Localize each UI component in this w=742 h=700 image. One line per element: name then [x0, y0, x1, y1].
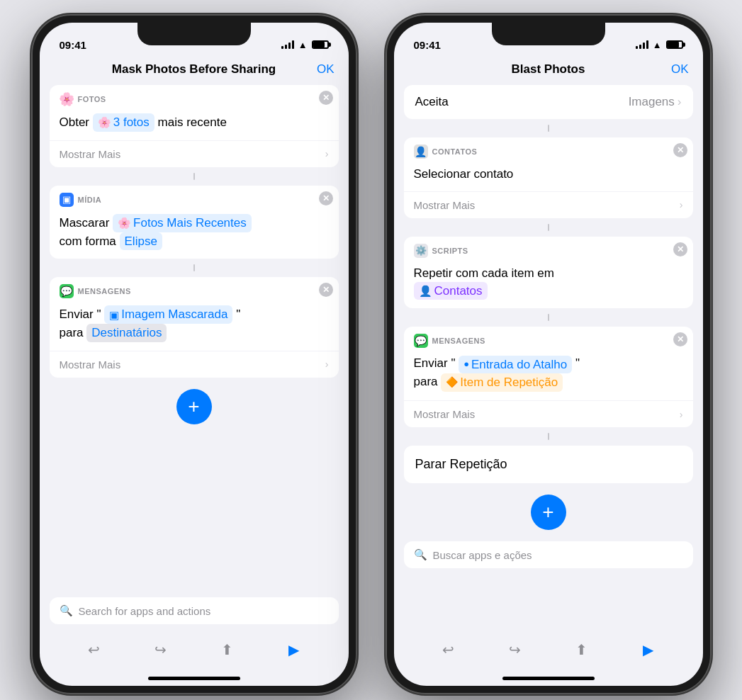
mensagens-category-2: MENSAGENS [432, 337, 485, 345]
stop-repeat-card: Parar Repetição [404, 446, 693, 483]
scripts-body: Repetir com cada item em 👤 Contatos [404, 262, 693, 309]
connector-3 [404, 125, 693, 132]
mensagens-pill1[interactable]: ▣ Imagem Mascarada [104, 305, 232, 324]
status-icons-2: ▲ [636, 40, 683, 50]
scripts-card: ⚙️ SCRIPTS ✕ Repetir com cada item em 👤 … [404, 237, 693, 309]
search-icon-2: 🔍 [414, 548, 427, 561]
scripts-card-header: ⚙️ SCRIPTS ✕ [404, 237, 693, 262]
battery-icon-1 [312, 40, 329, 49]
status-icons-1: ▲ [281, 40, 329, 50]
mensagens-card-header-2: 💬 MENSAGENS ✕ [404, 327, 693, 352]
search-placeholder-2: Buscar apps e ações [433, 549, 532, 561]
entrada-pill[interactable]: ● Entrada do Atalho [459, 356, 572, 374]
nav-header-2: Blast Photos OK [394, 57, 703, 85]
fotos-more-row[interactable]: Mostrar Mais › [50, 140, 339, 167]
phone-screen-2: 09:41 ▲ Blast Photos OK [394, 23, 703, 686]
status-time-1: 09:41 [60, 39, 86, 51]
mensagens-chevron-1: › [325, 359, 329, 370]
add-button-1[interactable]: + [176, 389, 212, 424]
mensagens-body-2: Enviar " ● Entrada do Atalho " para 🔶 It… [404, 352, 693, 400]
undo-button-2[interactable]: ↩ [436, 637, 461, 662]
connector-4 [404, 224, 693, 231]
mensagens-icon-2: 💬 [414, 334, 428, 348]
phone-1: 09:41 ▲ Mask Photos Before Sharing OK [31, 14, 357, 694]
phone-screen-1: 09:41 ▲ Mask Photos Before Sharing OK [40, 23, 349, 686]
midia-card: ▣ MÍDIA ✕ Mascarar 🌸 Fotos Mais Recentes… [50, 186, 339, 259]
midia-pill2[interactable]: Elipse [120, 232, 162, 251]
stop-repeat-label: Parar Repetição [415, 457, 507, 471]
contatos-icon: 👤 [414, 145, 428, 159]
ok-button-2[interactable]: OK [671, 62, 689, 77]
search-placeholder-1: Search for apps and actions [79, 605, 211, 617]
midia-category: MÍDIA [78, 196, 102, 204]
home-indicator-1 [148, 677, 240, 680]
mensagens-icon-1: 💬 [60, 284, 74, 298]
midia-icon: ▣ [60, 193, 74, 207]
fotos-icon: 🌸 [60, 92, 74, 106]
midia-card-header: ▣ MÍDIA ✕ [50, 186, 339, 211]
notch-1 [137, 23, 251, 45]
fotos-pill[interactable]: 🌸 3 fotos [93, 113, 154, 132]
fotos-chevron: › [325, 148, 329, 159]
mensagens-close-2[interactable]: ✕ [673, 332, 687, 346]
fotos-card-header: 🌸 FOTOS ✕ [50, 85, 339, 111]
mensagens-pill2[interactable]: Destinatários [86, 324, 167, 342]
connector-2 [50, 264, 339, 271]
accepts-row: Aceita Imagens › [404, 85, 693, 119]
mensagens-card-2: 💬 MENSAGENS ✕ Enviar " ● Entrada do Atal… [404, 327, 693, 427]
mensagens-card-1: 💬 MENSAGENS ✕ Enviar " ▣ Imagem Mascarad… [50, 277, 339, 378]
accepts-right[interactable]: Imagens › [629, 95, 682, 109]
search-icon-1: 🔍 [60, 604, 73, 617]
contatos-more-row[interactable]: Mostrar Mais › [404, 191, 693, 218]
mensagens-more-label-1: Mostrar Mais [60, 359, 121, 371]
share-button-2[interactable]: ⬆ [569, 637, 595, 662]
bottom-toolbar-2: ↩ ↪ ⬆ ▶ [394, 630, 703, 677]
mensagens-body-1: Enviar " ▣ Imagem Mascarada " para Desti… [50, 303, 339, 351]
wifi-icon-1: ▲ [298, 40, 308, 50]
add-btn-wrapper-2: + [404, 489, 693, 536]
midia-body: Mascarar 🌸 Fotos Mais Recentes com forma… [50, 211, 339, 259]
mensagens-close-1[interactable]: ✕ [319, 283, 333, 297]
scripts-contatos-pill[interactable]: 👤 Contatos [414, 282, 488, 300]
play-button-2[interactable]: ▶ [636, 637, 661, 662]
battery-icon-2 [666, 40, 683, 49]
fotos-close[interactable]: ✕ [319, 91, 333, 105]
midia-pill1[interactable]: 🌸 Fotos Mais Recentes [113, 214, 252, 232]
nav-title-1: Mask Photos Before Sharing [112, 62, 276, 77]
undo-button-1[interactable]: ↩ [81, 637, 107, 662]
connector-1 [50, 173, 339, 180]
mensagens-more-row-1[interactable]: Mostrar Mais › [50, 351, 339, 378]
mensagens-category-1: MENSAGENS [78, 287, 131, 295]
add-button-2[interactable]: + [531, 495, 566, 530]
mensagens-more-label-2: Mostrar Mais [414, 408, 476, 420]
share-button-1[interactable]: ⬆ [215, 637, 240, 662]
fotos-card: 🌸 FOTOS ✕ Obter 🌸 3 fotos mais recente M… [50, 85, 339, 167]
redo-button-2[interactable]: ↪ [502, 637, 528, 662]
scripts-close[interactable]: ✕ [673, 242, 687, 256]
contatos-category: CONTATOS [432, 147, 478, 156]
midia-close[interactable]: ✕ [319, 191, 333, 205]
home-indicator-2 [502, 677, 595, 680]
mensagens-chevron-2: › [680, 409, 683, 420]
fotos-more-label: Mostrar Mais [60, 148, 121, 160]
repeticao-pill[interactable]: 🔶 Item de Repetição [441, 373, 563, 392]
ok-button-1[interactable]: OK [317, 62, 335, 77]
redo-button-1[interactable]: ↪ [148, 637, 174, 662]
search-bar-2[interactable]: 🔍 Buscar apps e ações [404, 541, 693, 568]
contatos-card: 👤 CONTATOS ✕ Selecionar contato Mostrar … [404, 137, 693, 218]
content-area-1: 🌸 FOTOS ✕ Obter 🌸 3 fotos mais recente M… [40, 85, 349, 630]
accepts-value: Imagens [629, 95, 675, 109]
fotos-category: FOTOS [78, 95, 106, 103]
play-button-1[interactable]: ▶ [281, 637, 307, 662]
bottom-toolbar-1: ↩ ↪ ⬆ ▶ [40, 630, 349, 677]
connector-5 [404, 314, 693, 321]
search-bar-1[interactable]: 🔍 Search for apps and actions [50, 597, 339, 624]
contatos-chevron: › [680, 199, 683, 210]
wifi-icon-2: ▲ [653, 40, 662, 50]
signal-bars-1 [281, 40, 294, 49]
mensagens-more-row-2[interactable]: Mostrar Mais › [404, 400, 693, 427]
phone-2: 09:41 ▲ Blast Photos OK [386, 14, 712, 694]
content-area-2: Aceita Imagens › 👤 CONTATOS ✕ Selecionar… [394, 85, 703, 630]
accepts-chevron: › [678, 95, 682, 109]
contatos-close[interactable]: ✕ [673, 143, 687, 157]
